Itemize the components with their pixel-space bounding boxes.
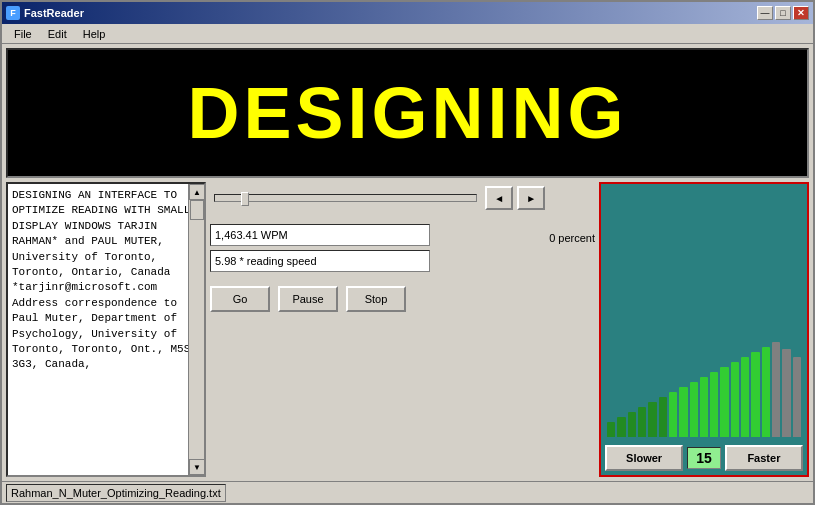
bar-10 — [710, 372, 718, 437]
pause-button[interactable]: Pause — [278, 286, 338, 312]
title-bar-left: F FastReader — [6, 6, 84, 20]
close-button[interactable]: ✕ — [793, 6, 809, 20]
slider-area: ◄ ► — [210, 182, 545, 214]
bar-9 — [700, 377, 708, 437]
bar-3 — [638, 407, 646, 437]
nav-back-button[interactable]: ◄ — [485, 186, 513, 210]
info-fields: 1,463.41 WPM 5.98 * reading speed — [210, 220, 545, 276]
bar-5 — [659, 397, 667, 437]
scroll-thumb[interactable] — [190, 200, 204, 220]
bar-chart — [601, 184, 807, 441]
bar-18 — [793, 357, 801, 437]
scroll-track[interactable] — [189, 200, 204, 459]
nav-forward-button[interactable]: ► — [517, 186, 545, 210]
speed-panel: Slower 15 Faster — [599, 182, 809, 477]
bar-14 — [751, 352, 759, 437]
go-button[interactable]: Go — [210, 286, 270, 312]
status-bar: Rahman_N_Muter_Optimizing_Reading.txt — [2, 481, 813, 503]
bar-12 — [731, 362, 739, 437]
bar-7 — [679, 387, 687, 437]
action-buttons: Go Pause Stop — [210, 282, 545, 316]
bar-13 — [741, 357, 749, 437]
bar-0 — [607, 422, 615, 437]
filename-text: Rahman_N_Muter_Optimizing_Reading.txt — [11, 487, 221, 499]
middle-controls: ◄ ► 1,463.41 WPM 5.98 * reading speed Go… — [210, 182, 545, 477]
stop-button[interactable]: Stop — [346, 286, 406, 312]
faster-button[interactable]: Faster — [725, 445, 803, 471]
bar-1 — [617, 417, 625, 437]
scroll-down-button[interactable]: ▼ — [189, 459, 205, 475]
bar-2 — [628, 412, 636, 437]
speed-formula-field[interactable]: 5.98 * reading speed — [210, 250, 430, 272]
bar-15 — [762, 347, 770, 437]
bottom-section: DESIGNING AN INTERFACE TO OPTIMIZE READI… — [6, 182, 809, 477]
title-bar: F FastReader — □ ✕ — [2, 2, 813, 24]
menu-bar: File Edit Help — [2, 24, 813, 44]
display-area: DESIGNING — [6, 48, 809, 178]
percent-label: 0 percent — [549, 232, 595, 244]
window-title: FastReader — [24, 7, 84, 19]
wpm-field[interactable]: 1,463.41 WPM — [210, 224, 430, 246]
bar-17 — [782, 349, 790, 437]
text-panel: DESIGNING AN INTERFACE TO OPTIMIZE READI… — [6, 182, 206, 477]
display-word: DESIGNING — [187, 72, 627, 154]
menu-file[interactable]: File — [6, 26, 40, 42]
title-buttons: — □ ✕ — [757, 6, 809, 20]
speed-value-display: 15 — [687, 447, 721, 469]
bar-6 — [669, 392, 677, 437]
text-scrollbar: ▲ ▼ — [188, 184, 204, 475]
main-content: DESIGNING DESIGNING AN INTERFACE TO OPTI… — [2, 44, 813, 481]
maximize-button[interactable]: □ — [775, 6, 791, 20]
slider-track[interactable] — [214, 194, 477, 202]
slider-handle[interactable] — [241, 192, 249, 206]
text-content: DESIGNING AN INTERFACE TO OPTIMIZE READI… — [8, 184, 204, 475]
main-window: F FastReader — □ ✕ File Edit Help DESIGN… — [0, 0, 815, 505]
bar-4 — [648, 402, 656, 437]
speed-controls: Slower 15 Faster — [601, 441, 807, 475]
menu-help[interactable]: Help — [75, 26, 114, 42]
slower-button[interactable]: Slower — [605, 445, 683, 471]
status-filename: Rahman_N_Muter_Optimizing_Reading.txt — [6, 484, 226, 502]
bar-16 — [772, 342, 780, 437]
scroll-up-button[interactable]: ▲ — [189, 184, 205, 200]
menu-edit[interactable]: Edit — [40, 26, 75, 42]
bar-8 — [690, 382, 698, 437]
minimize-button[interactable]: — — [757, 6, 773, 20]
bar-11 — [720, 367, 728, 437]
app-icon: F — [6, 6, 20, 20]
